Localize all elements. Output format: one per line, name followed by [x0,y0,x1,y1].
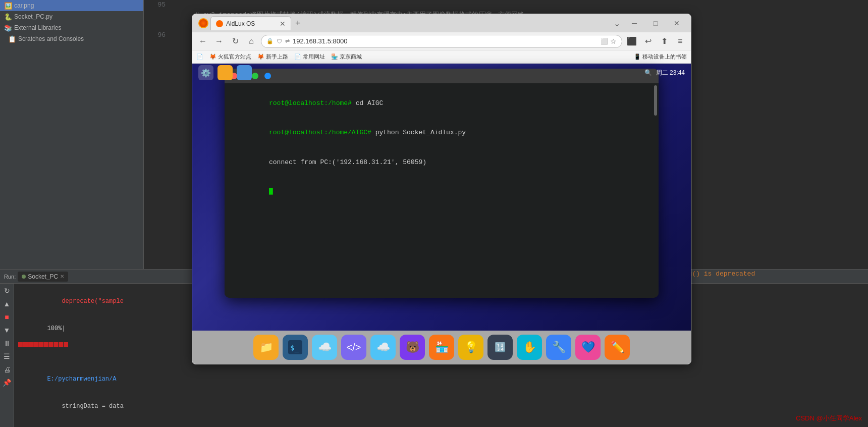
dock-icon-tools[interactable]: 🔧 [546,335,571,360]
sidebar-item-label: Scratches and Consoles [18,35,84,42]
address-bar[interactable]: 🔒 🛡 ⇌ 192.168.31.5:8000 ⬜ ☆ [261,35,622,48]
dock-icon-terminal[interactable]: $_ [283,335,308,360]
aidlux-clock: 🔍 周二 23:44 [644,69,685,77]
pause-button[interactable]: ⏸ [2,338,12,348]
bookmark-firefox-official[interactable]: 🦊 火狐官方站点 [209,53,251,61]
dock-icon-calc[interactable]: 🔢 [487,335,513,360]
maximize-button[interactable]: □ [645,16,666,30]
newbie-icon: 🦊 [257,54,264,60]
stop-button[interactable]: ■ [2,312,12,322]
sidebar-item-external-libraries[interactable]: 📚 External Libraries [0,22,143,33]
bookmark-common[interactable]: 📄 常用网址 [294,53,325,61]
dock-icon-code[interactable]: </> [341,335,366,360]
dock-icon-bear[interactable]: 🐻 [400,335,425,360]
menu-button[interactable]: ≡ [674,35,687,48]
scratches-icon: 📋 [8,35,16,43]
extensions-button[interactable]: ⬛ [625,35,638,48]
aidlux-yellow-icon[interactable] [218,65,233,80]
jd-label: 京东商城 [340,53,362,61]
python-icon: 🐍 [4,13,12,21]
run-label: Run: [4,274,16,280]
window-controls: ─ □ ✕ [624,16,687,30]
terminal-scrollbar[interactable] [654,83,658,298]
datetime-display: 周二 23:44 [656,69,685,77]
scrollbar-thumb [654,85,657,116]
new-tab-button[interactable]: + [295,18,301,29]
dock-icon-heart[interactable]: 💙 [575,335,601,360]
browser-toolbar-right: ⬛ ↩ ⬆ ≡ [625,35,687,48]
dock-icon-pencil[interactable]: ✏️ [605,335,630,360]
reload-button[interactable]: ↻ [229,35,242,48]
proxy-icon: ⇌ [285,38,290,44]
scroll-up-button[interactable]: ▲ [2,299,12,309]
aidlux-dock: 📁 $_ ☁️ </> ☁️ 🐻 🏪 💡 🔢 ✋ 🔧 💙 ✏️ [192,331,691,364]
forward-button[interactable]: → [212,35,226,48]
tab-label: AidLux OS [226,20,255,27]
code-right-panel: ing() is deprecated [676,269,868,279]
aidlux-desktop: ⚙️ 🔍 周二 23:44 root@localhost:/home# cd A… [192,64,691,331]
tab-scroll-arrows: ⌄ [614,19,620,28]
sync-button[interactable]: ↩ [641,35,655,48]
terminal-line-2: root@localhost:/home/AIGC# python Socket… [230,118,654,148]
output-filepath[interactable]: E:/pycharmwenjian/A [18,365,864,393]
progress-block-4 [33,342,38,347]
terminal-body[interactable]: root@localhost:/home# cd AIGC root@local… [225,83,659,298]
dock-icon-touch[interactable]: ✋ [517,335,542,360]
dock-icon-notes[interactable]: ☁️ [312,335,337,360]
firefox-browser-window: AidLux OS ✕ + ⌄ ─ □ ✕ ← → ↻ ⌂ 🔒 🛡 ⇌ 192.… [192,14,691,364]
jd-icon: 🏪 [331,54,338,60]
close-button[interactable]: ✕ [667,16,687,30]
bookmark-jd[interactable]: 🏪 京东商城 [331,53,362,61]
output-stringdata: stringData = data [18,393,864,420]
terminal-line-4: █ [230,177,654,207]
share-button[interactable]: ⬆ [658,35,671,48]
aidlux-blue-icon[interactable] [237,65,252,80]
run-tab-close[interactable]: ✕ [60,274,64,279]
print-button[interactable]: 🖨 [2,364,12,375]
line-number-96: 96 [148,30,166,61]
sidebar-item-label: External Libraries [14,24,61,31]
rerun-button[interactable]: ↻ [2,286,12,296]
minimize-button[interactable]: ─ [624,16,644,30]
aidlux-menu-icon[interactable]: ⚙️ [198,65,213,80]
calculator-icon: 🔢 [495,342,506,353]
mobile-bookmarks[interactable]: 📱 移动设备上的书签 [634,53,687,61]
sidebar-item-scratches-consoles[interactable]: 📋 Scratches and Consoles [0,33,143,44]
progress-block-2 [23,342,28,347]
progress-block-1 [18,342,23,347]
search-icon[interactable]: 🔍 [644,69,652,76]
sidebar-item-carpng[interactable]: 🖼️ car.png [0,0,143,11]
url-text: 192.168.31.5:8000 [293,37,347,45]
browser-tab-active[interactable]: AidLux OS ✕ [210,16,291,30]
run-status-dot [22,275,26,279]
tab-close-button[interactable]: ✕ [280,20,286,28]
image-icon: 🖼️ [4,2,12,10]
progress-block-8 [53,342,58,347]
common-icon: 📄 [294,54,301,60]
dock-icon-cloud[interactable]: ☁️ [370,335,396,360]
home-button[interactable]: ⌂ [245,35,258,48]
dock-icon-store[interactable]: 🏪 [429,335,454,360]
terminal-svg-icon: $_ [288,340,302,354]
bookmark-star-icon[interactable]: ☆ [610,37,617,45]
library-icon: 📚 [4,24,12,32]
run-tab-label: Socket_PC [28,273,58,280]
sidebar-item-socketpc[interactable]: 🐍 Socket_PC.py [0,11,143,22]
pin-button[interactable]: 📌 [2,378,12,388]
scroll-down-button[interactable]: ▼ [2,325,12,335]
terminal-cmd-2: python Socket_Aidlux.py [371,129,466,136]
back-button[interactable]: ← [196,35,209,48]
run-tab-socketpc[interactable]: Socket_PC ✕ [18,272,68,282]
dock-icon-files[interactable]: 📁 [253,335,279,360]
sidebar-item-label: car.png [14,2,34,9]
shield-icon: 🛡 [277,38,282,44]
list-view-button[interactable]: ☰ [2,351,12,361]
bookmark-newbie[interactable]: 🦊 新手上路 [257,53,288,61]
dock-icon-bulb[interactable]: 💡 [458,335,483,360]
mobile-label: 移动设备上的书签 [642,54,687,60]
tab-scroll-left[interactable]: ⌄ [614,19,620,28]
firefox-logo [196,16,210,30]
progress-block-10 [64,342,68,347]
terminal-cmd-1: cd AIGC [352,99,383,107]
screenshot-icon: ⬜ [601,38,608,45]
